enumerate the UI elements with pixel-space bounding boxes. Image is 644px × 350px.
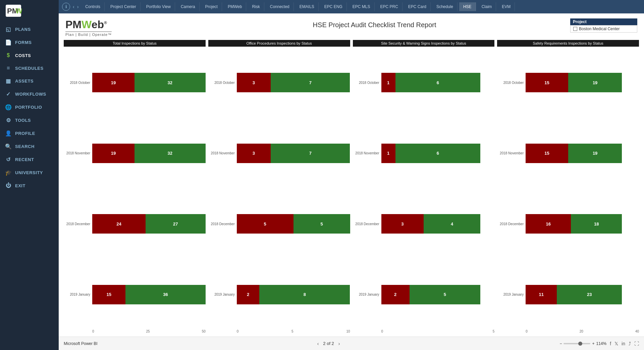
- expand-icon[interactable]: ⛶: [634, 341, 639, 346]
- sidebar-item-tools[interactable]: ⚙ TOOLS: [0, 114, 59, 127]
- bar-cell-1-3: 2018 November1519: [497, 119, 639, 188]
- tab-evm[interactable]: EVM: [498, 2, 515, 11]
- red-bar-0-1: 3: [237, 73, 271, 92]
- project-checkbox[interactable]: [573, 27, 577, 31]
- green-bar-1-0: 32: [135, 144, 206, 163]
- tab-pmweb[interactable]: PMWeb: [224, 2, 246, 11]
- facebook-icon[interactable]: f: [610, 341, 611, 346]
- bar-cell-2-0: 2018 December2427: [64, 190, 206, 258]
- page-prev-button[interactable]: ‹: [316, 340, 321, 347]
- bar-cell-1-1: 2018 November37: [208, 119, 350, 188]
- green-bar-0-1: 7: [271, 73, 350, 92]
- tab-claim[interactable]: Claim: [478, 2, 496, 11]
- zoom-minus[interactable]: −: [559, 341, 562, 346]
- sidebar-item-university[interactable]: 🎓 UNIVERSITY: [0, 166, 59, 179]
- sidebar-item-search[interactable]: 🔍 SEARCH: [0, 140, 59, 153]
- bar-label-0-1: 2018 October: [208, 81, 237, 85]
- bar-label-1-0: 2018 November: [64, 151, 92, 155]
- zoom-plus[interactable]: +: [592, 341, 594, 346]
- chart-row-1: 2018 November19322018 November372018 Nov…: [64, 119, 639, 188]
- red-bar-0-2: 1: [381, 73, 395, 92]
- bar-label-0-2: 2018 October: [353, 81, 381, 85]
- bar-cell-2-3: 2018 December1618: [497, 190, 639, 258]
- chart-header-3: Safety Requirements Inspections by Statu…: [497, 40, 639, 47]
- report-header: PMWeb® Plan | Build | Operate™ HSE Proje…: [59, 13, 644, 38]
- red-bar-1-2: 1: [381, 144, 395, 163]
- zoom-track[interactable]: [564, 343, 590, 344]
- sidebar-label-portfolio: PORTFOLIO: [15, 105, 42, 110]
- share-icon[interactable]: ⤴: [629, 341, 631, 346]
- bar-cell-2-2: 2018 December34: [353, 190, 495, 258]
- sidebar-label-workflows: WORKFLOWS: [15, 92, 46, 97]
- project-value-text: Boston Medical Center: [579, 27, 620, 31]
- tab-epc-card[interactable]: EPC Card: [404, 2, 431, 11]
- search-icon: 🔍: [5, 143, 12, 150]
- sidebar-item-plans[interactable]: ◱ PLANS: [0, 23, 59, 36]
- bar-label-1-3: 2018 November: [497, 151, 526, 155]
- costs-icon: $: [5, 52, 12, 58]
- bar-cell-2-1: 2018 December55: [208, 190, 350, 258]
- bar-label-2-2: 2018 December: [353, 222, 381, 226]
- plans-icon: ◱: [5, 26, 12, 33]
- green-bar-2-3: 18: [571, 214, 622, 234]
- tab-schedule[interactable]: Schedule: [432, 2, 458, 11]
- red-bar-3-1: 2: [237, 285, 260, 304]
- nav-arrows: ‹ ›: [72, 4, 79, 9]
- bar-label-3-3: 2019 January: [497, 293, 526, 296]
- axis-3: 02040: [497, 330, 639, 333]
- sidebar-label-profile: PROFILE: [15, 131, 35, 136]
- sidebar-item-forms[interactable]: 📄 FORMS: [0, 36, 59, 49]
- tab-portfolio-view[interactable]: Portfolio View: [142, 2, 175, 11]
- forms-icon: 📄: [5, 39, 12, 46]
- tab-hse[interactable]: HSE: [459, 2, 476, 11]
- red-bar-1-1: 3: [237, 144, 271, 163]
- red-bar-3-3: 11: [526, 285, 557, 304]
- sidebar-item-workflows[interactable]: ✓ WORKFLOWS: [0, 88, 59, 101]
- zoom-thumb[interactable]: [578, 342, 582, 346]
- tab-project-center[interactable]: Project Center: [106, 2, 141, 11]
- chart-header-0: Total Inspections by Status: [64, 40, 206, 47]
- sidebar-item-schedules[interactable]: ≡ SCHEDULES: [0, 62, 59, 74]
- tab-epc-prc[interactable]: EPC PRC: [376, 2, 402, 11]
- sidebar-item-exit[interactable]: ⏻ EXIT: [0, 179, 59, 192]
- tab-risk[interactable]: Risk: [248, 2, 264, 11]
- project-filter: Project Boston Medical Center: [570, 18, 637, 33]
- university-icon: 🎓: [5, 169, 12, 176]
- green-bar-0-0: 32: [135, 73, 206, 92]
- nav-prev-arrow[interactable]: ‹: [72, 4, 75, 9]
- sidebar-item-portfolio[interactable]: 🌐 PORTFOLIO: [0, 101, 59, 114]
- tab-camera[interactable]: Camera: [177, 2, 200, 11]
- page-next-button[interactable]: ›: [337, 340, 342, 347]
- red-bar-3-2: 2: [381, 285, 410, 304]
- bar-label-3-1: 2019 January: [208, 293, 237, 296]
- green-bar-1-2: 6: [395, 144, 480, 163]
- tools-icon: ⚙: [5, 117, 12, 123]
- project-filter-value[interactable]: Boston Medical Center: [570, 25, 637, 33]
- tab-connected[interactable]: Connected: [266, 2, 294, 11]
- schedules-icon: ≡: [5, 65, 12, 71]
- top-navigation: ℹ ‹ › Controls Project Center Portfolio …: [59, 0, 644, 13]
- axis-container: 0255005100502040: [64, 330, 639, 333]
- sidebar-item-assets[interactable]: ▦ ASSETS: [0, 74, 59, 88]
- tab-project[interactable]: Project: [201, 2, 222, 11]
- tab-epc-eng[interactable]: EPC ENG: [320, 2, 347, 11]
- tab-emails[interactable]: EMAILS: [296, 2, 319, 11]
- sidebar-item-costs[interactable]: $ COSTS: [0, 49, 59, 62]
- green-bar-2-0: 27: [146, 214, 206, 234]
- sidebar-label-schedules: SCHEDULES: [15, 66, 44, 71]
- tab-epc-mls[interactable]: EPC MLS: [348, 2, 375, 11]
- info-button[interactable]: ℹ: [62, 3, 70, 11]
- footer: Microsoft Power BI ‹ 2 of 2 › − + 114% f…: [59, 337, 644, 350]
- nav-next-arrow[interactable]: ›: [76, 4, 80, 9]
- linkedin-icon[interactable]: in: [622, 341, 625, 346]
- red-bar-3-0: 15: [92, 285, 125, 304]
- chart-row-3: 2019 January15362019 January282019 Janua…: [64, 260, 639, 329]
- green-bar-1-3: 19: [568, 144, 622, 163]
- sidebar-item-profile[interactable]: 👤 PROFILE: [0, 127, 59, 140]
- twitter-icon[interactable]: 𝕏: [614, 341, 618, 346]
- sidebar-item-recent[interactable]: ↺ RECENT: [0, 153, 59, 166]
- tab-controls[interactable]: Controls: [81, 2, 105, 11]
- sidebar-label-tools: TOOLS: [15, 118, 31, 123]
- bar-label-3-0: 2019 January: [64, 293, 92, 296]
- zoom-control[interactable]: − + 114%: [559, 341, 606, 346]
